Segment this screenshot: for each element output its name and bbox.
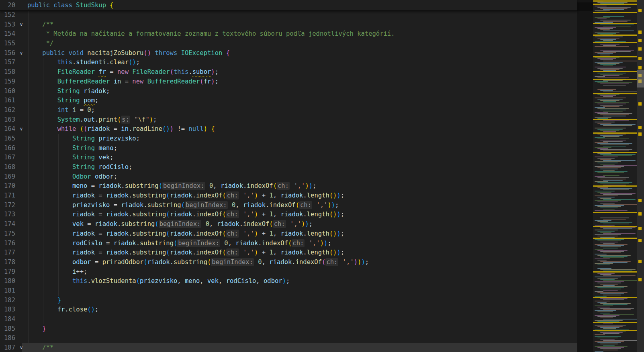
line-number[interactable]: 181 bbox=[0, 286, 15, 296]
line-number[interactable]: 159 bbox=[0, 77, 15, 87]
line-number[interactable]: 187 bbox=[0, 343, 15, 352]
line-number[interactable]: 160 bbox=[0, 87, 15, 96]
inlay-hint[interactable]: ch: bbox=[226, 210, 239, 218]
line-number[interactable]: 156 bbox=[0, 49, 15, 58]
line-number[interactable]: 166 bbox=[0, 144, 15, 153]
line-number[interactable]: 179 bbox=[0, 267, 15, 277]
code-line[interactable]: 174 vek = riadok.substring(beginIndex: 0… bbox=[0, 220, 577, 229]
fold-chevron-icon[interactable]: ∨ bbox=[15, 124, 27, 134]
line-number[interactable]: 161 bbox=[0, 96, 15, 106]
code-line[interactable]: 171 riadok = riadok.substring(riadok.ind… bbox=[0, 191, 577, 201]
inlay-hint[interactable]: beginIndex: bbox=[177, 239, 220, 247]
minimap-text-line bbox=[600, 144, 629, 145]
minimap-text-line bbox=[597, 53, 613, 54]
inlay-hint[interactable]: s: bbox=[121, 116, 130, 124]
line-number[interactable]: 178 bbox=[0, 258, 15, 267]
code-line[interactable]: 187∨ /** bbox=[0, 343, 577, 352]
line-number[interactable]: 164 bbox=[0, 124, 15, 134]
code-line[interactable]: 182 } bbox=[0, 296, 577, 305]
line-number[interactable]: 175 bbox=[0, 229, 15, 239]
token bbox=[151, 49, 155, 57]
code-line[interactable]: 161 String pom; bbox=[0, 96, 577, 106]
code-line[interactable]: 159 BufferedReader in = new BufferedRead… bbox=[0, 77, 577, 87]
code-line[interactable]: 154 * Metóda na načítanie a formatovanie… bbox=[0, 29, 577, 39]
code-line[interactable]: 165 String priezvisko; bbox=[0, 134, 577, 144]
fold-chevron-icon[interactable]: ∨ bbox=[15, 49, 27, 58]
code-line[interactable]: 155 */ bbox=[0, 39, 577, 49]
minimap-text-line bbox=[603, 120, 629, 121]
line-number[interactable]: 176 bbox=[0, 239, 15, 248]
code-line[interactable]: 168 String rodCislo; bbox=[0, 163, 577, 172]
code-line[interactable]: 158 FileReader fr = new FileReader(this.… bbox=[0, 67, 577, 77]
fold-chevron-icon[interactable]: ∨ bbox=[15, 343, 27, 352]
line-number[interactable]: 169 bbox=[0, 172, 15, 182]
line-number[interactable]: 162 bbox=[0, 106, 15, 115]
code-line[interactable]: 185 } bbox=[0, 324, 577, 334]
overview-ruler[interactable] bbox=[637, 0, 644, 352]
inlay-hint[interactable]: beginIndex: bbox=[185, 201, 228, 209]
line-number[interactable]: 185 bbox=[0, 324, 15, 334]
code-line[interactable]: 160 String riadok; bbox=[0, 87, 577, 96]
code-line[interactable]: 167 String vek; bbox=[0, 153, 577, 163]
line-number[interactable]: 152 bbox=[0, 10, 15, 20]
code-line[interactable]: 170 meno = riadok.substring(beginIndex: … bbox=[0, 181, 577, 191]
code-line[interactable]: 166 String meno; bbox=[0, 144, 577, 153]
line-number[interactable]: 165 bbox=[0, 134, 15, 144]
code-line[interactable]: 179 i++; bbox=[0, 267, 577, 277]
line-number[interactable]: 171 bbox=[0, 191, 15, 201]
inlay-hint[interactable]: ch: bbox=[292, 239, 305, 247]
line-number[interactable]: 186 bbox=[0, 334, 15, 343]
code-area[interactable]: 152153∨ /**154 * Metóda na načítanie a f… bbox=[0, 10, 577, 352]
line-number[interactable]: 158 bbox=[0, 67, 15, 77]
code-line[interactable]: 163 System.out.print(s: "\f"); bbox=[0, 115, 577, 125]
line-number[interactable]: 155 bbox=[0, 39, 15, 49]
line-number[interactable]: 163 bbox=[0, 115, 15, 125]
code-line[interactable]: 180 this.vlozStudenta(priezvisko, meno, … bbox=[0, 277, 577, 286]
code-line[interactable]: 175 riadok = riadok.substring(riadok.ind… bbox=[0, 229, 577, 239]
minimap[interactable] bbox=[593, 0, 637, 352]
code-line[interactable]: 186 bbox=[0, 334, 577, 343]
inlay-hint[interactable]: ch: bbox=[277, 182, 290, 190]
inlay-hint[interactable]: beginIndex: bbox=[159, 220, 202, 228]
code-line[interactable]: 176 rodCislo = riadok.substring(beginInd… bbox=[0, 239, 577, 248]
line-number[interactable]: 170 bbox=[0, 181, 15, 191]
line-number[interactable]: 157 bbox=[0, 58, 15, 67]
scrollbar-slider[interactable] bbox=[637, 70, 644, 87]
line-number[interactable]: 183 bbox=[0, 305, 15, 315]
line-number[interactable]: 167 bbox=[0, 153, 15, 163]
code-line[interactable]: 184 bbox=[0, 315, 577, 324]
code-line[interactable]: 177 riadok = riadok.substring(riadok.ind… bbox=[0, 248, 577, 258]
code-line[interactable]: 169 Odbor odbor; bbox=[0, 172, 577, 182]
code-line[interactable]: 173 riadok = riadok.substring(riadok.ind… bbox=[0, 210, 577, 220]
sticky-scroll-header[interactable]: 20 public class StudSkup { bbox=[0, 0, 577, 11]
inlay-hint[interactable]: beginIndex: bbox=[162, 182, 205, 190]
inlay-hint[interactable]: beginIndex: bbox=[211, 258, 254, 266]
line-number[interactable]: 173 bbox=[0, 210, 15, 220]
code-line[interactable]: 178 odbor = priradOdbor(riadok.substring… bbox=[0, 258, 577, 267]
line-number[interactable]: 154 bbox=[0, 29, 15, 39]
code-line[interactable]: 183 fr.close(); bbox=[0, 305, 577, 315]
inlay-hint[interactable]: ch: bbox=[226, 191, 239, 199]
inlay-hint[interactable]: ch: bbox=[325, 258, 338, 266]
inlay-hint[interactable]: ch: bbox=[226, 230, 239, 238]
inlay-hint[interactable]: ch: bbox=[299, 201, 312, 209]
line-number[interactable]: 177 bbox=[0, 248, 15, 258]
line-number[interactable]: 174 bbox=[0, 220, 15, 229]
code-line[interactable]: 172 priezvisko = riadok.substring(beginI… bbox=[0, 201, 577, 210]
line-number[interactable]: 182 bbox=[0, 296, 15, 305]
line-number[interactable]: 153 bbox=[0, 20, 15, 30]
line-number[interactable]: 168 bbox=[0, 163, 15, 172]
code-line[interactable]: 164∨ while ((riadok = in.readLine()) != … bbox=[0, 124, 577, 134]
inlay-hint[interactable]: ch: bbox=[273, 220, 286, 228]
line-number[interactable]: 180 bbox=[0, 277, 15, 286]
code-line[interactable]: 162 int i = 0; bbox=[0, 106, 577, 115]
inlay-hint[interactable]: ch: bbox=[226, 248, 239, 256]
code-line[interactable]: 156∨ public void nacitajZoSuboru() throw… bbox=[0, 49, 577, 58]
line-number[interactable]: 172 bbox=[0, 201, 15, 210]
code-line[interactable]: 153∨ /** bbox=[0, 20, 577, 30]
code-line[interactable]: 152 bbox=[0, 10, 577, 20]
fold-chevron-icon[interactable]: ∨ bbox=[15, 20, 27, 30]
code-line[interactable]: 181 bbox=[0, 286, 577, 296]
line-number[interactable]: 184 bbox=[0, 315, 15, 324]
code-line[interactable]: 157 this.studenti.clear(); bbox=[0, 58, 577, 67]
